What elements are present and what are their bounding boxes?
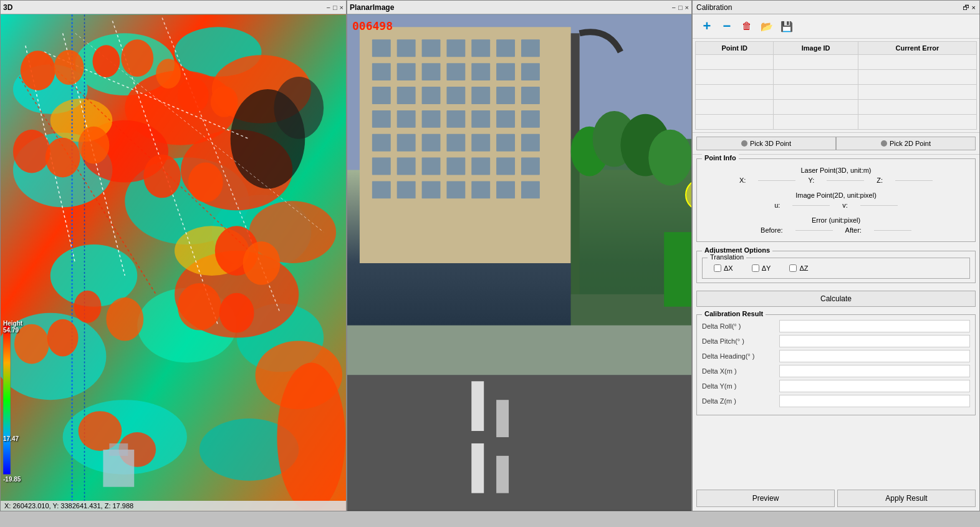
close-planar-button[interactable]: × xyxy=(685,4,689,11)
delta-heading-row: Delta Heading(° ) xyxy=(702,350,970,362)
pick-3d-point-button[interactable]: Pick 3D Point xyxy=(696,137,836,150)
close-calibration-icon[interactable]: × xyxy=(972,4,976,11)
svg-rect-104 xyxy=(372,181,391,198)
svg-rect-58 xyxy=(109,443,128,456)
delta-roll-label: Delta Roll(° ) xyxy=(702,322,777,330)
open-button[interactable]: 📂 xyxy=(759,18,775,34)
delta-x-label: Delta X(m ) xyxy=(702,367,777,375)
delete-button[interactable]: 🗑 xyxy=(739,18,755,34)
delta-heading-input[interactable] xyxy=(779,350,970,362)
point-info-legend: Point Info xyxy=(702,154,739,162)
svg-point-41 xyxy=(211,86,238,117)
svg-rect-97 xyxy=(372,158,391,175)
minimize-planar-icon[interactable]: − xyxy=(671,4,675,11)
svg-rect-87 xyxy=(471,110,490,128)
panel-planar-content[interactable]: 006498 xyxy=(347,14,691,511)
delta-pitch-label: Delta Pitch(° ) xyxy=(702,337,777,345)
svg-rect-123 xyxy=(496,456,509,493)
calibration-header: Calibration 🗗 × xyxy=(693,1,979,14)
height-label-top: Height 54.79 xyxy=(3,320,22,334)
svg-rect-94 xyxy=(471,134,490,152)
z-label: Z: xyxy=(877,176,883,184)
image-id-overlay: 006498 xyxy=(352,19,393,32)
svg-rect-108 xyxy=(471,181,490,198)
svg-point-54 xyxy=(106,297,143,341)
svg-rect-118 xyxy=(664,232,691,307)
svg-rect-77 xyxy=(397,87,416,104)
point-info-section: Point Info Laser Point(3D, unit:m) X: Y:… xyxy=(696,158,976,242)
delta-roll-input[interactable] xyxy=(779,320,970,332)
svg-rect-122 xyxy=(496,400,509,437)
error-label: Error (unit:pixel) xyxy=(812,216,860,224)
dz-checkbox[interactable] xyxy=(789,264,797,272)
svg-point-20 xyxy=(277,362,345,511)
dy-checkbox-item[interactable]: ΔY xyxy=(752,264,771,272)
minimize-3d-icon[interactable]: − xyxy=(326,4,330,11)
v-label: v: xyxy=(842,201,848,209)
table-row xyxy=(696,100,977,115)
delta-roll-row: Delta Roll(° ) xyxy=(702,320,970,332)
maximize-3d-icon[interactable]: □ xyxy=(333,4,337,11)
dx-checkbox-item[interactable]: ΔX xyxy=(714,264,733,272)
translation-legend: Translation xyxy=(708,253,746,261)
table-row xyxy=(696,70,977,85)
z-value xyxy=(895,180,933,181)
svg-point-38 xyxy=(121,39,153,77)
svg-rect-120 xyxy=(471,381,484,431)
restore-calibration-icon[interactable]: 🗗 xyxy=(963,4,969,11)
svg-point-40 xyxy=(178,78,209,113)
delta-y-input[interactable] xyxy=(779,380,970,392)
svg-rect-109 xyxy=(496,181,515,198)
svg-point-24 xyxy=(274,77,324,139)
y-label: Y: xyxy=(808,176,814,184)
table-row xyxy=(696,55,977,70)
before-value xyxy=(795,230,833,231)
point-cloud-visualization xyxy=(1,14,346,511)
panel-3d-controls: − □ × xyxy=(326,4,343,11)
svg-rect-64 xyxy=(422,39,441,57)
col-image-id: Image ID xyxy=(774,42,858,55)
preview-button[interactable]: Preview xyxy=(696,490,835,507)
calculate-button[interactable]: Calculate xyxy=(696,291,976,307)
delta-z-input[interactable] xyxy=(779,395,970,407)
svg-rect-101 xyxy=(471,158,490,175)
dz-checkbox-item[interactable]: ΔZ xyxy=(789,264,808,272)
svg-point-35 xyxy=(21,51,55,90)
delta-x-input[interactable] xyxy=(779,365,970,377)
svg-point-53 xyxy=(74,291,102,323)
table-row xyxy=(696,85,977,100)
bottom-buttons-section: Preview Apply Result xyxy=(693,486,979,511)
svg-point-43 xyxy=(46,138,80,178)
svg-point-45 xyxy=(143,155,181,198)
u-label: u: xyxy=(774,201,780,209)
apply-result-button[interactable]: Apply Result xyxy=(837,490,976,507)
pick-2d-point-button[interactable]: Pick 2D Point xyxy=(836,137,976,150)
calibration-window-controls: 🗗 × xyxy=(963,3,976,12)
calibration-table-section: Point ID Image ID Current Error xyxy=(693,39,979,133)
save-button[interactable]: 💾 xyxy=(779,18,795,34)
xyz-row: X: Y: Z: xyxy=(702,175,970,185)
laser-point-header-row: Laser Point(3D, unit:m) xyxy=(702,165,970,175)
svg-rect-89 xyxy=(521,110,540,128)
close-3d-button[interactable]: × xyxy=(340,4,343,11)
x-label: X: xyxy=(739,176,746,184)
svg-point-36 xyxy=(54,50,84,85)
panel-3d-title: 3D xyxy=(3,3,12,12)
svg-rect-84 xyxy=(397,110,416,128)
dy-checkbox[interactable] xyxy=(752,264,759,272)
svg-rect-74 xyxy=(496,63,515,80)
svg-rect-103 xyxy=(521,158,540,175)
v-value xyxy=(860,205,898,206)
delta-pitch-input[interactable] xyxy=(779,335,970,347)
svg-rect-90 xyxy=(372,134,391,152)
remove-point-button[interactable]: − xyxy=(719,18,735,34)
maximize-planar-icon[interactable]: □ xyxy=(678,4,683,11)
image-point-label: Image Point(2D, unit:pixel) xyxy=(795,191,877,199)
svg-rect-110 xyxy=(521,181,540,198)
translation-group: Translation ΔX ΔY ΔZ xyxy=(702,258,970,279)
svg-point-46 xyxy=(188,163,223,203)
svg-rect-73 xyxy=(471,63,490,80)
add-point-button[interactable]: + xyxy=(699,18,715,34)
dx-checkbox[interactable] xyxy=(714,264,721,272)
panel-3d-content[interactable]: Height 54.79 17.47 -19.85 X: 260423.010,… xyxy=(1,14,346,511)
